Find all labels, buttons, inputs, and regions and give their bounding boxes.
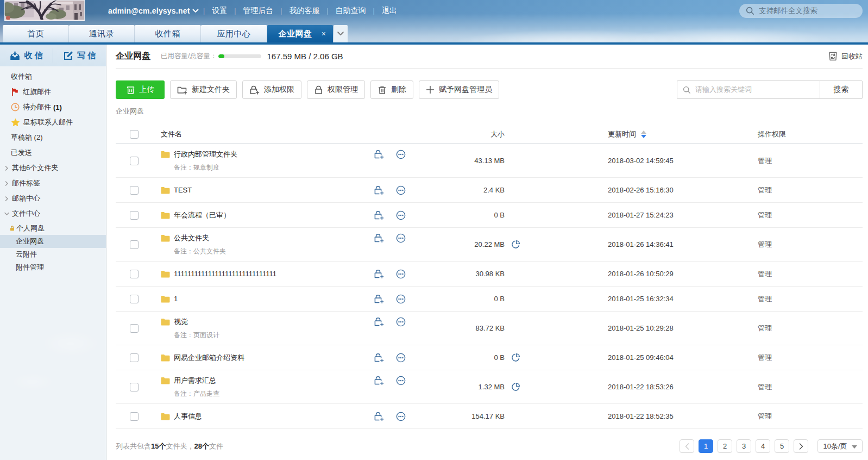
- manage-link[interactable]: 管理: [758, 157, 772, 165]
- manage-link[interactable]: 管理: [758, 211, 772, 219]
- grant-admin-button[interactable]: 赋予网盘管理员: [419, 80, 499, 99]
- sidebar-item-其他6个文件夹[interactable]: 其他6个文件夹: [0, 160, 106, 176]
- sidebar-item-星标联系人邮件[interactable]: 星标联系人邮件: [0, 115, 106, 130]
- sidebar-item-红旗邮件[interactable]: 红旗邮件: [0, 84, 106, 100]
- topbar-link-4[interactable]: 自助查询: [336, 6, 366, 16]
- tab-close-icon[interactable]: ×: [322, 29, 326, 38]
- row-more-button[interactable]: [396, 353, 406, 363]
- manage-link[interactable]: 管理: [758, 324, 772, 332]
- receive-mail-button[interactable]: 收 信: [0, 45, 53, 66]
- page-button-4[interactable]: 4: [756, 439, 770, 453]
- drive-search-input[interactable]: 请输入搜索关键词: [677, 80, 820, 99]
- sidebar-item-已发送[interactable]: 已发送: [0, 145, 106, 160]
- row-checkbox[interactable]: [130, 157, 139, 165]
- sidebar-item-邮件标签[interactable]: 邮件标签: [0, 176, 106, 191]
- row-add-permission-button[interactable]: [374, 376, 384, 386]
- row-add-permission-button[interactable]: [374, 150, 384, 159]
- row-checkbox[interactable]: [130, 240, 139, 249]
- manage-link[interactable]: 管理: [758, 383, 772, 391]
- sidebar-item-草稿箱 (2)[interactable]: 草稿箱 (2): [0, 130, 106, 145]
- row-more-button[interactable]: [396, 412, 406, 421]
- tab-通讯录[interactable]: 通讯录: [69, 25, 135, 42]
- sidebar-item-收件箱[interactable]: 收件箱: [0, 69, 106, 84]
- row-more-button[interactable]: [396, 269, 406, 279]
- row-more-button[interactable]: [396, 185, 406, 195]
- row-checkbox[interactable]: [130, 324, 139, 333]
- upload-button[interactable]: 上传: [116, 80, 165, 99]
- file-name[interactable]: 行政内部管理文件夹: [174, 150, 237, 159]
- topbar-link-1[interactable]: 设置: [212, 6, 227, 16]
- row-add-permission-button[interactable]: [374, 269, 384, 279]
- row-more-button[interactable]: [396, 317, 406, 327]
- page-button-1[interactable]: 1: [699, 439, 713, 453]
- row-add-permission-button[interactable]: [374, 210, 384, 220]
- row-checkbox[interactable]: [130, 412, 139, 421]
- tab-首页[interactable]: 首页: [3, 25, 69, 42]
- topbar-link-5[interactable]: 退出: [382, 6, 397, 16]
- file-name[interactable]: 用户需求汇总: [174, 376, 216, 386]
- page-size-select[interactable]: 10条/页: [817, 439, 863, 453]
- file-name[interactable]: 人事信息: [174, 412, 202, 421]
- row-checkbox[interactable]: [130, 295, 139, 303]
- next-page-button[interactable]: [794, 439, 808, 453]
- file-name[interactable]: 111111111111111111111111111111: [174, 270, 276, 278]
- column-header-updated[interactable]: 更新时间: [608, 129, 758, 139]
- row-more-button[interactable]: [396, 233, 406, 243]
- mail-search-input[interactable]: 支持邮件全文搜索: [739, 4, 863, 18]
- sidebar-item-待办邮件[interactable]: 待办邮件(1): [0, 100, 106, 115]
- row-checkbox[interactable]: [130, 383, 139, 391]
- row-add-permission-button[interactable]: [374, 233, 384, 243]
- manage-link[interactable]: 管理: [758, 186, 772, 194]
- row-checkbox[interactable]: [130, 186, 139, 195]
- sidebar-item-个人网盘[interactable]: 个人网盘: [0, 221, 106, 235]
- sidebar-item-云附件[interactable]: 云附件: [0, 248, 106, 261]
- usage-pie-button[interactable]: [511, 353, 520, 362]
- topbar-link-3[interactable]: 我的客服: [289, 6, 319, 16]
- sidebar-item-邮箱中心[interactable]: 邮箱中心: [0, 191, 106, 206]
- sort-icon[interactable]: [641, 130, 646, 138]
- recycle-bin-button[interactable]: 回收站: [828, 52, 863, 61]
- page-button-5[interactable]: 5: [775, 439, 789, 453]
- manage-link[interactable]: 管理: [758, 270, 772, 278]
- file-name[interactable]: 1: [174, 295, 178, 303]
- row-add-permission-button[interactable]: [374, 294, 384, 304]
- row-checkbox[interactable]: [130, 353, 139, 362]
- row-add-permission-button[interactable]: [374, 353, 384, 363]
- manage-link[interactable]: 管理: [758, 295, 772, 303]
- file-name[interactable]: 公共文件夹: [174, 233, 209, 243]
- breadcrumb[interactable]: 企业网盘: [116, 108, 863, 115]
- search-button[interactable]: 搜索: [820, 80, 863, 99]
- select-all-checkbox[interactable]: [130, 130, 139, 139]
- row-more-button[interactable]: [396, 150, 406, 159]
- account-menu[interactable]: admin@cm.elysys.net: [108, 0, 199, 22]
- page-button-3[interactable]: 3: [737, 439, 751, 453]
- tab-企业网盘[interactable]: 企业网盘×: [267, 25, 334, 42]
- row-add-permission-button[interactable]: [374, 317, 384, 327]
- tab-收件箱[interactable]: 收件箱: [135, 25, 201, 42]
- file-name[interactable]: 视觉: [174, 317, 188, 327]
- tab-list-button[interactable]: [334, 25, 348, 42]
- file-name[interactable]: TEST: [174, 186, 192, 194]
- new-folder-button[interactable]: 新建文件夹: [170, 80, 237, 99]
- file-name[interactable]: 网易企业邮箱介绍资料: [174, 353, 244, 363]
- sidebar-item-附件管理[interactable]: 附件管理: [0, 261, 106, 274]
- topbar-link-2[interactable]: 管理后台: [243, 6, 273, 16]
- usage-pie-button[interactable]: [511, 382, 520, 391]
- row-checkbox[interactable]: [130, 211, 139, 220]
- manage-link[interactable]: 管理: [758, 412, 772, 420]
- sidebar-item-文件中心[interactable]: 文件中心: [0, 206, 106, 221]
- file-name[interactable]: 年会流程（已审）: [174, 210, 230, 220]
- row-more-button[interactable]: [396, 376, 406, 386]
- add-permission-button[interactable]: 添加权限: [242, 80, 301, 99]
- usage-pie-button[interactable]: [511, 240, 520, 249]
- compose-mail-button[interactable]: 写 信: [53, 45, 106, 66]
- permission-manage-button[interactable]: 权限管理: [307, 80, 365, 99]
- prev-page-button[interactable]: [680, 439, 694, 453]
- delete-button[interactable]: 删除: [370, 80, 413, 99]
- row-more-button[interactable]: [396, 210, 406, 220]
- page-button-2[interactable]: 2: [718, 439, 732, 453]
- row-checkbox[interactable]: [130, 270, 139, 278]
- row-add-permission-button[interactable]: [374, 185, 384, 195]
- manage-link[interactable]: 管理: [758, 240, 772, 248]
- tab-应用中心[interactable]: 应用中心: [201, 25, 267, 42]
